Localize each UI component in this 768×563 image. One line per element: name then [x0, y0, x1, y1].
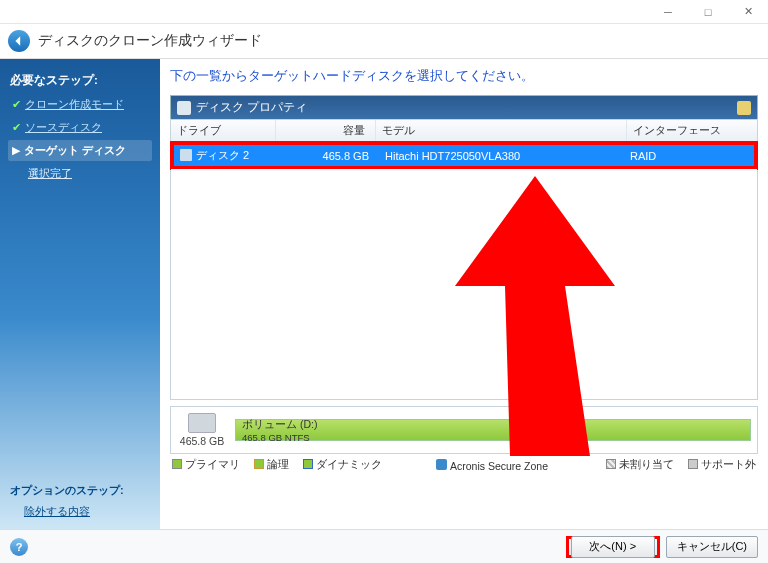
- disk-icon: [180, 149, 192, 161]
- disk-properties-header: ディスク プロパティ: [170, 95, 758, 119]
- wizard-sidebar: 必要なステップ: ✔ クローン作成モード ✔ ソースディスク ▶ ターゲット デ…: [0, 59, 160, 529]
- wizard-header: ディスクのクローン作成ウィザード: [0, 24, 768, 59]
- minimize-button[interactable]: ─: [648, 0, 688, 24]
- check-icon: ✔: [12, 98, 21, 111]
- table-row[interactable]: ディスク 2 465.8 GB Hitachi HDT725050VLA380 …: [174, 145, 754, 166]
- legend-primary: プライマリ: [172, 458, 240, 472]
- next-button[interactable]: 次へ(N) >: [571, 536, 655, 558]
- legend-logical: 論理: [254, 458, 289, 472]
- col-drive[interactable]: ドライブ: [171, 120, 276, 141]
- help-button[interactable]: ?: [10, 538, 28, 556]
- disk-properties-title: ディスク プロパティ: [196, 100, 307, 115]
- disk-glyph-icon: [188, 413, 216, 433]
- exclude-contents-link[interactable]: 除外する内容: [24, 504, 152, 519]
- volume-detail: 465.8 GB NTFS: [242, 432, 317, 443]
- col-model[interactable]: モデル: [376, 120, 627, 141]
- arrow-right-icon: ▶: [12, 144, 20, 157]
- legend-asz: Acronis Secure Zone: [436, 459, 548, 472]
- asz-icon: [436, 459, 447, 470]
- close-button[interactable]: ✕: [728, 0, 768, 24]
- back-button[interactable]: [8, 30, 30, 52]
- table-empty-area: [171, 169, 757, 399]
- columns-chooser-icon[interactable]: [737, 101, 751, 115]
- next-button-callout: 次へ(N) >: [566, 536, 660, 558]
- volume-layout: 465.8 GB ボリューム (D:) 465.8 GB NTFS: [170, 406, 758, 454]
- disk-capacity-label: 465.8 GB: [177, 413, 227, 447]
- table-header: ドライブ 容量 モデル インターフェース: [171, 120, 757, 142]
- optional-steps-title: オプションのステップ:: [10, 483, 152, 498]
- wizard-footer: ? 次へ(N) > キャンセル(C): [0, 529, 768, 563]
- wizard-title: ディスクのクローン作成ウィザード: [38, 32, 262, 50]
- legend-unallocated: 未割り当て: [606, 458, 674, 472]
- instruction-text: 下の一覧からターゲットハードディスクを選択してください。: [170, 67, 758, 85]
- col-capacity[interactable]: 容量: [276, 120, 376, 141]
- volume-name: ボリューム (D:): [242, 418, 317, 432]
- cancel-button[interactable]: キャンセル(C): [666, 536, 758, 558]
- disk-table: ドライブ 容量 モデル インターフェース ディスク 2 465.8 GB Hit…: [170, 119, 758, 400]
- volume-bar[interactable]: ボリューム (D:) 465.8 GB NTFS: [235, 419, 751, 441]
- highlighted-row-callout: ディスク 2 465.8 GB Hitachi HDT725050VLA380 …: [170, 141, 758, 170]
- legend: プライマリ 論理 ダイナミック Acronis Secure Zone 未割り当…: [170, 454, 758, 472]
- step-finish[interactable]: 選択完了: [8, 163, 152, 184]
- legend-dynamic: ダイナミック: [303, 458, 382, 472]
- step-target-disk[interactable]: ▶ ターゲット ディスク: [8, 140, 152, 161]
- legend-unsupported: サポート外: [688, 458, 756, 472]
- step-source-disk[interactable]: ✔ ソースディスク: [8, 117, 152, 138]
- content-pane: 下の一覧からターゲットハードディスクを選択してください。 ディスク プロパティ …: [160, 59, 768, 529]
- col-interface[interactable]: インターフェース: [627, 120, 757, 141]
- check-icon: ✔: [12, 121, 21, 134]
- required-steps-title: 必要なステップ:: [10, 73, 152, 88]
- maximize-button[interactable]: □: [688, 0, 728, 24]
- window-titlebar: ─ □ ✕: [0, 0, 768, 24]
- step-clone-mode[interactable]: ✔ クローン作成モード: [8, 94, 152, 115]
- properties-icon: [177, 101, 191, 115]
- arrow-left-icon: [13, 35, 25, 47]
